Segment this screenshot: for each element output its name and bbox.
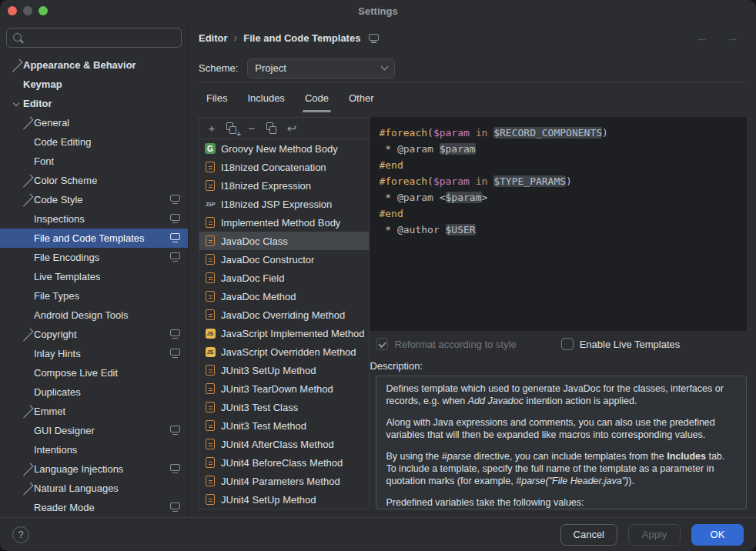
- chevron-right-icon[interactable]: [10, 58, 23, 72]
- checkbox-checked-icon: [376, 338, 388, 350]
- cancel-button[interactable]: Cancel: [560, 524, 617, 546]
- settings-tree: Appearance & BehaviorKeymapEditorGeneral…: [0, 54, 188, 517]
- tab-files[interactable]: Files: [200, 83, 233, 112]
- add-template-icon[interactable]: +: [203, 120, 220, 137]
- back-arrow-icon[interactable]: ←: [696, 31, 708, 45]
- code-line: #foreach($param in $RECORD_COMPONENTS): [379, 125, 738, 141]
- close-button[interactable]: [8, 6, 17, 15]
- sidebar-item-label: Intentions: [34, 444, 77, 456]
- project-settings-icon: [170, 214, 180, 221]
- template-list-item-groovy-new-method-body[interactable]: Groovy New Method Body: [199, 139, 369, 158]
- chevron-right-icon[interactable]: [21, 174, 34, 187]
- chevron-right-icon[interactable]: [21, 116, 34, 129]
- template-list-item-i18nized-concatenation[interactable]: I18nized Concatenation: [199, 158, 369, 176]
- chevron-right-icon[interactable]: [21, 482, 34, 495]
- sidebar-item-code-editing[interactable]: Code Editing: [0, 132, 188, 152]
- scheme-label: Scheme:: [199, 62, 238, 74]
- sidebar-item-editor[interactable]: Editor: [0, 94, 188, 113]
- enable-live-templates-label: Enable Live Templates: [580, 339, 681, 350]
- description-paragraph: Predefined variables take the following …: [386, 496, 737, 509]
- settings-search-input[interactable]: [6, 28, 182, 48]
- template-list-item-i18nized-expression[interactable]: I18nized Expression: [199, 176, 369, 195]
- sidebar-item-natural-languages[interactable]: Natural Languages: [0, 479, 188, 498]
- forward-arrow-icon[interactable]: →: [727, 31, 739, 45]
- sidebar-item-label: Language Injections: [34, 463, 123, 475]
- reformat-checkbox[interactable]: Reformat according to style: [376, 338, 516, 350]
- zoom-button[interactable]: [38, 6, 48, 15]
- minimize-button[interactable]: [23, 6, 32, 15]
- sidebar-item-duplicates[interactable]: Duplicates: [0, 382, 188, 402]
- sidebar-item-general[interactable]: General: [0, 113, 188, 132]
- template-name: JUnit3 Test Class: [221, 402, 298, 413]
- sidebar-item-compose-live-edit[interactable]: Compose Live Edit: [0, 363, 188, 382]
- chevron-right-icon[interactable]: [21, 405, 34, 418]
- sidebar-item-copyright[interactable]: Copyright: [0, 325, 188, 344]
- duplicate-template-icon[interactable]: [263, 120, 280, 137]
- sidebar-item-label: File and Code Templates: [34, 232, 145, 244]
- template-editor[interactable]: #foreach($param in $RECORD_COMPONENTS) *…: [370, 117, 747, 331]
- template-list-item-junit4-afterclass-method[interactable]: JUnit4 AfterClass Method: [199, 435, 369, 453]
- template-list-item-javadoc-field[interactable]: JavaDoc Field: [199, 269, 369, 287]
- scheme-select[interactable]: Project: [247, 58, 395, 78]
- sidebar-item-font[interactable]: Font: [0, 152, 188, 171]
- tab-other[interactable]: Other: [343, 83, 380, 112]
- project-settings-icon: [170, 503, 180, 509]
- tab-includes[interactable]: Includes: [241, 83, 290, 112]
- sidebar-item-color-scheme[interactable]: Color Scheme: [0, 171, 188, 190]
- template-name: Groovy New Method Body: [221, 143, 338, 155]
- sidebar-item-emmet[interactable]: Emmet: [0, 402, 188, 421]
- sidebar-item-gui-designer[interactable]: GUI Designer: [0, 421, 188, 440]
- sidebar-item-inspections[interactable]: Inspections: [0, 209, 188, 229]
- jsp-template-icon: [204, 198, 216, 210]
- template-list-item-javadoc-overriding-method[interactable]: JavaDoc Overriding Method: [199, 306, 369, 324]
- ok-button[interactable]: OK: [691, 524, 744, 546]
- remove-template-icon[interactable]: −: [243, 120, 260, 137]
- template-list-item-javadoc-class[interactable]: JavaDoc Class: [199, 232, 369, 250]
- sidebar-item-code-style[interactable]: Code Style: [0, 190, 188, 209]
- sidebar-item-appearance-behavior[interactable]: Appearance & Behavior: [0, 55, 188, 75]
- template-list-item-junit3-test-method[interactable]: JUnit3 Test Method: [199, 416, 369, 435]
- sidebar-item-android-design-tools[interactable]: Android Design Tools: [0, 306, 188, 325]
- template-list-item-junit4-parameters-method[interactable]: JUnit4 Parameters Method: [199, 472, 369, 490]
- template-list-item-javascript-implemented-method[interactable]: JavaScript Implemented Method: [199, 324, 369, 342]
- chevron-right-icon[interactable]: [21, 463, 34, 476]
- template-list-item-junit3-test-class[interactable]: JUnit3 Test Class: [199, 398, 369, 416]
- sidebar-item-inlay-hints[interactable]: Inlay Hints: [0, 344, 188, 363]
- sidebar-item-file-types[interactable]: File Types: [0, 286, 188, 306]
- template-name: JUnit4 SetUp Method: [221, 494, 316, 506]
- template-list: Groovy New Method BodyI18nized Concatena…: [199, 139, 369, 509]
- tab-bar: FilesIncludesCodeOther: [199, 83, 747, 112]
- reset-template-icon[interactable]: ↩: [283, 120, 300, 137]
- enable-live-templates-checkbox[interactable]: Enable Live Templates: [561, 338, 681, 350]
- apply-button[interactable]: Apply: [628, 524, 681, 546]
- template-list-item-junit3-setup-method[interactable]: JUnit3 SetUp Method: [199, 361, 369, 379]
- sidebar-item-language-injections[interactable]: Language Injections: [0, 459, 188, 479]
- template-list-item-javadoc-constructor[interactable]: JavaDoc Constructor: [199, 250, 369, 269]
- description-panel[interactable]: Defines template which used to generate …: [376, 376, 747, 509]
- template-list-item-javadoc-method[interactable]: JavaDoc Method: [199, 287, 369, 306]
- chevron-right-icon[interactable]: [21, 328, 34, 341]
- traffic-lights: [8, 0, 48, 22]
- template-list-item-implemented-method-body[interactable]: Implemented Method Body: [199, 213, 369, 232]
- sidebar-item-reader-mode[interactable]: Reader Mode: [0, 498, 188, 517]
- chevron-down-icon[interactable]: [13, 99, 19, 105]
- sidebar-item-intentions[interactable]: Intentions: [0, 440, 188, 459]
- breadcrumb: Editor › File and Code Templates: [199, 32, 379, 44]
- tab-code[interactable]: Code: [299, 83, 335, 112]
- template-list-item-junit4-setup-method[interactable]: JUnit4 SetUp Method: [199, 490, 369, 509]
- breadcrumb-parent[interactable]: Editor: [199, 32, 228, 44]
- template-list-item-junit3-teardown-method[interactable]: JUnit3 TearDown Method: [199, 379, 369, 398]
- create-child-template-icon[interactable]: +: [223, 120, 240, 137]
- project-settings-icon: [369, 34, 379, 41]
- sidebar-item-keymap[interactable]: Keymap: [0, 75, 188, 94]
- sidebar-item-live-templates[interactable]: Live Templates: [0, 267, 188, 286]
- template-list-item-javascript-overridden-method[interactable]: JavaScript Overridden Method: [199, 342, 369, 361]
- help-button[interactable]: ?: [12, 526, 29, 543]
- template-list-item-i18nized-jsp-expression[interactable]: I18nized JSP Expression: [199, 195, 369, 213]
- sidebar-item-file-encodings[interactable]: File Encodings: [0, 248, 188, 267]
- settings-sidebar: Appearance & BehaviorKeymapEditorGeneral…: [0, 22, 189, 517]
- chevron-right-icon[interactable]: [21, 193, 34, 206]
- sidebar-item-file-and-code-templates[interactable]: File and Code Templates: [0, 229, 188, 248]
- template-name: Implemented Method Body: [221, 217, 340, 229]
- template-list-item-junit4-beforeclass-method[interactable]: JUnit4 BeforeClass Method: [199, 453, 369, 472]
